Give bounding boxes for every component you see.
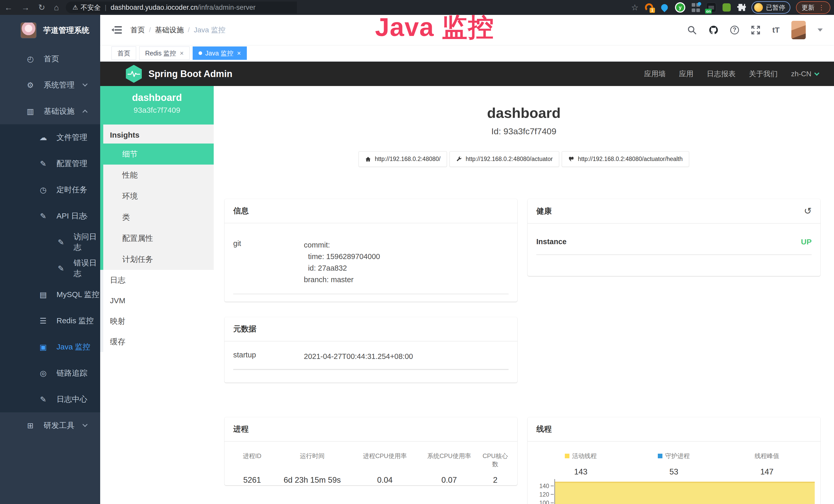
sidebar-item-log-center[interactable]: ✎ 日志中心 bbox=[0, 386, 100, 412]
process-col-pid: 进程ID bbox=[231, 452, 273, 468]
threads-card: 线程 活动线程 守护进程 线程峰值 bbox=[528, 417, 820, 504]
health-url-button[interactable]: http://192.168.0.2:48080/actuator/health bbox=[562, 151, 689, 167]
log-edit-icon: ✎ bbox=[38, 211, 48, 221]
process-col-uptime: 运行时间 bbox=[273, 452, 351, 468]
pin-extension-icon[interactable] bbox=[660, 3, 670, 12]
chevron-down-icon bbox=[83, 82, 88, 87]
font-size-icon[interactable]: tT bbox=[772, 26, 780, 35]
sidebar-collapse-icon[interactable] bbox=[111, 26, 122, 35]
sidebar-item-infrastructure[interactable]: ▥ 基础设施 bbox=[0, 98, 100, 124]
not-secure-label[interactable]: ⚠ 不安全 bbox=[72, 3, 101, 12]
sba-menu-loggers[interactable]: 日志 bbox=[103, 270, 214, 290]
process-uptime-value: 6d 23h 15m 59s bbox=[273, 476, 351, 485]
instance-url-button[interactable]: http://192.168.0.2:48080/ bbox=[358, 151, 447, 167]
cloud-icon: ☁ bbox=[38, 133, 48, 142]
tab-home[interactable]: 首页 bbox=[111, 46, 136, 60]
sba-locale-select[interactable]: zh-CN bbox=[791, 70, 818, 78]
process-pid-value: 5261 bbox=[231, 476, 273, 485]
sba-menu-config-props[interactable]: 配置属性 bbox=[103, 228, 214, 249]
sba-menu-mappings[interactable]: 映射 bbox=[103, 311, 214, 331]
sba-menu-details[interactable]: 细节 bbox=[100, 143, 214, 165]
browser-chrome: ← → ↻ ⌂ ⚠ 不安全 | dashboard.yudao.iocoder.… bbox=[0, 0, 834, 15]
sidebar-item-trace[interactable]: ◎ 链路追踪 bbox=[0, 360, 100, 386]
app-logo-avatar bbox=[21, 22, 37, 38]
sba-instance-header[interactable]: dashboard 93a3fc7f7409 bbox=[100, 86, 214, 124]
close-icon[interactable]: × bbox=[237, 49, 241, 57]
sba-insights-group: Insights 细节 性能 环境 类 配置属性 计划任务 bbox=[100, 124, 214, 270]
sidebar-item-file-management[interactable]: ☁ 文件管理 bbox=[0, 124, 100, 151]
sidebar-item-dev-tools[interactable]: ⊞ 研发工具 bbox=[0, 412, 100, 438]
sidebar-item-api-logs[interactable]: ✎ API 日志 bbox=[0, 203, 100, 229]
infrastructure-submenu: ☁ 文件管理 ✎ 配置管理 ◷ 定时任务 ✎ API 日志 ✎ bbox=[0, 124, 100, 412]
fullscreen-icon[interactable] bbox=[751, 25, 761, 35]
tab-redis-monitor[interactable]: Redis 监控 × bbox=[139, 46, 190, 60]
sba-menu-scheduled-tasks[interactable]: 计划任务 bbox=[103, 249, 214, 270]
sidebar-item-home[interactable]: ◴ 首页 bbox=[0, 46, 100, 72]
url-host: dashboard.yudao.iocoder.cn bbox=[110, 4, 198, 12]
help-icon[interactable]: ? bbox=[730, 26, 739, 35]
sidebar-item-config-management[interactable]: ✎ 配置管理 bbox=[0, 151, 100, 177]
y-extension-icon[interactable]: y bbox=[675, 2, 685, 13]
sba-menu-metrics[interactable]: 性能 bbox=[103, 165, 214, 186]
bookmark-star-icon[interactable]: ☆ bbox=[631, 3, 639, 12]
url-path: /infra/admin-server bbox=[198, 4, 256, 12]
active-tab-dot bbox=[199, 51, 202, 55]
url-separator: | bbox=[105, 4, 107, 12]
layers-icon: ☰ bbox=[38, 316, 48, 325]
user-avatar[interactable] bbox=[791, 21, 806, 39]
browser-reload-icon[interactable]: ↻ bbox=[38, 3, 45, 12]
browser-forward-icon[interactable]: → bbox=[21, 3, 29, 12]
address-bar[interactable]: ⚠ 不安全 | dashboard.yudao.iocoder.cn /infr… bbox=[66, 2, 297, 13]
sidebar-item-redis-monitor[interactable]: ☰ Redis 监控 bbox=[0, 307, 100, 334]
colorzilla-extension-icon[interactable]: 1 bbox=[644, 3, 654, 12]
system-cpu-value: 0.07 bbox=[418, 476, 480, 485]
threads-card-title: 线程 bbox=[528, 417, 820, 442]
user-menu-caret-icon[interactable] bbox=[817, 28, 823, 31]
sba-nav-wallboard[interactable]: 应用墙 bbox=[644, 69, 666, 79]
health-instance-row: Instance UP bbox=[536, 226, 812, 255]
browser-menu-icon[interactable]: ⋮ bbox=[818, 4, 825, 12]
sba-menu-classes[interactable]: 类 bbox=[103, 207, 214, 228]
sidebar-item-system-management[interactable]: ⚙ 系统管理 bbox=[0, 72, 100, 98]
process-col-cpus: CPU核心数 bbox=[480, 452, 511, 468]
leaf-extension-icon[interactable] bbox=[722, 3, 731, 12]
history-icon[interactable]: ↺ bbox=[804, 206, 812, 216]
search-icon[interactable] bbox=[687, 25, 697, 35]
process-col-system-cpu: 系统CPU使用率 bbox=[418, 452, 480, 468]
git-label: git bbox=[233, 239, 304, 285]
sidebar-item-java-monitor[interactable]: ▣ Java 监控 bbox=[0, 334, 100, 360]
sba-nav-applications[interactable]: 应用 bbox=[679, 69, 694, 79]
close-icon[interactable]: × bbox=[180, 49, 184, 57]
tab-java-monitor[interactable]: Java 监控 × bbox=[193, 46, 247, 60]
switch-extension-icon[interactable]: on bbox=[706, 3, 716, 12]
sba-logo-icon[interactable] bbox=[126, 65, 142, 83]
sba-menu-caches[interactable]: 缓存 bbox=[103, 331, 214, 352]
toolbox-icon: ⊞ bbox=[25, 421, 36, 430]
browser-back-icon[interactable]: ← bbox=[4, 3, 13, 12]
sba-nav-journal[interactable]: 日志报表 bbox=[707, 69, 736, 79]
browser-home-icon[interactable]: ⌂ bbox=[54, 3, 59, 12]
sba-menu-environment[interactable]: 环境 bbox=[103, 186, 214, 207]
log-edit-icon: ✎ bbox=[38, 395, 48, 404]
sidebar-item-scheduled-tasks[interactable]: ◷ 定时任务 bbox=[0, 177, 100, 203]
sba-menu-jvm[interactable]: JVM bbox=[103, 290, 214, 311]
sba-nav-about[interactable]: 关于我们 bbox=[749, 69, 778, 79]
sidebar-item-access-logs[interactable]: ✎ 访问日志 bbox=[0, 229, 100, 255]
git-info-row: git commit: time: 1596289704000 id: 27aa… bbox=[233, 228, 509, 294]
browser-toolbar-right: ☆ 1 y on 已暂停 更新 ⋮ bbox=[631, 1, 834, 14]
breadcrumb-infrastructure[interactable]: 基础设施 bbox=[155, 25, 184, 35]
github-icon[interactable] bbox=[709, 25, 719, 35]
extensions-puzzle-icon[interactable] bbox=[737, 3, 746, 12]
sidebar-item-error-logs[interactable]: ✎ 错误日志 bbox=[0, 255, 100, 281]
startup-row: startup 2021-04-27T00:44:31.254+08:00 bbox=[233, 342, 509, 370]
breadcrumb-separator: / bbox=[149, 26, 151, 34]
sidebar-item-mysql-monitor[interactable]: ▤ MySQL 监控 bbox=[0, 281, 100, 307]
grid-extension-icon[interactable] bbox=[691, 3, 701, 12]
breadcrumb-home[interactable]: 首页 bbox=[130, 25, 145, 35]
sba-brand[interactable]: Spring Boot Admin bbox=[149, 69, 233, 79]
app-logo[interactable]: 芋道管理系统 bbox=[0, 15, 100, 46]
browser-update-button[interactable]: 更新 ⋮ bbox=[796, 1, 830, 14]
profile-paused-badge[interactable]: 已暂停 bbox=[751, 1, 790, 14]
live-threads-legend-swatch bbox=[565, 454, 569, 458]
actuator-url-button[interactable]: http://192.168.0.2:48080/actuator bbox=[449, 151, 559, 167]
